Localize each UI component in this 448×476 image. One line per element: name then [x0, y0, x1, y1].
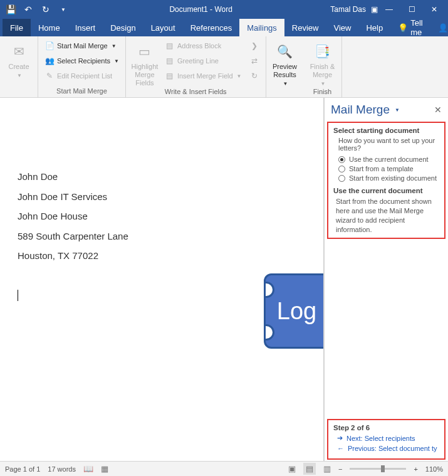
pane-section-step: Step 2 of 6 ➔Next: Select recipients ←Pr…	[327, 419, 445, 460]
preview-results-button[interactable]: 🔍 Preview Results▼	[270, 39, 300, 88]
create-button[interactable]: ✉ Create▼	[4, 39, 34, 88]
edit-recipient-list-button[interactable]: ✎Edit Recipient List	[42, 69, 122, 83]
close-button[interactable]: ✕	[423, 0, 445, 19]
radio-icon	[338, 156, 345, 163]
spellcheck-icon[interactable]: 📖	[83, 464, 93, 473]
chevron-down-icon[interactable]: ▼	[395, 107, 400, 113]
ribbon: ✉ Create▼ 📄Start Mail Merge▼ 👥Select Rec…	[0, 36, 448, 98]
group-write-insert: ▭ Highlight Merge Fields ▤Address Block …	[126, 36, 266, 97]
highlight-icon: ▭	[135, 41, 155, 61]
pane-section-start: Select starting document How do you want…	[327, 122, 445, 239]
insert-merge-field-button[interactable]: ▤Insert Merge Field▼	[162, 69, 244, 83]
tab-home[interactable]: Home	[31, 19, 68, 36]
document-icon: 📄	[44, 41, 55, 51]
arrow-left-icon: ←	[337, 445, 344, 452]
greeting-icon: ▤	[165, 56, 175, 66]
people-icon: 👥	[44, 56, 55, 66]
zoom-in-button[interactable]: +	[414, 465, 417, 473]
title-bar: 💾 ↶ ↻ ▼ Document1 - Word Tamal Das ▣ — ☐…	[0, 0, 448, 19]
doc-line[interactable]: Houston, TX 77022	[18, 246, 296, 266]
rules-icon: ❯	[249, 41, 259, 51]
doc-line[interactable]: 589 South Carpenter Lane	[18, 226, 296, 246]
read-mode-icon[interactable]: ▣	[288, 464, 296, 473]
doc-line[interactable]: John Doe IT Services	[18, 187, 296, 207]
window-title: Document1 - Word	[71, 5, 330, 14]
sub-heading: Use the current document	[333, 187, 439, 194]
tab-mailings[interactable]: Mailings	[239, 19, 284, 36]
next-step-link[interactable]: ➔Next: Select recipients	[337, 434, 439, 442]
step-label: Step 2 of 6	[333, 424, 439, 431]
rules-button[interactable]: ❯	[247, 39, 262, 53]
radio-use-current[interactable]: Use the current document	[338, 156, 439, 163]
word-count[interactable]: 17 words	[48, 465, 76, 473]
select-recipients-button[interactable]: 👥Select Recipients▼	[42, 54, 122, 68]
edit-list-icon: ✎	[44, 71, 55, 81]
undo-button[interactable]: ↶	[20, 1, 36, 18]
radio-icon	[338, 175, 345, 182]
save-button[interactable]: 💾	[3, 1, 19, 18]
tab-insert[interactable]: Insert	[68, 19, 103, 36]
content-area: John Doe John Doe IT Services John Doe H…	[0, 98, 448, 461]
user-name[interactable]: Tamal Das	[330, 5, 366, 14]
document-viewport[interactable]: John Doe John Doe IT Services John Doe H…	[0, 98, 324, 461]
ribbon-tabs: File Home Insert Design Layout Reference…	[0, 19, 448, 36]
section-heading: Select starting document	[333, 127, 439, 134]
doc-line[interactable]: John Doe	[18, 167, 296, 187]
radio-existing[interactable]: Start from existing document	[338, 174, 439, 182]
zoom-out-button[interactable]: −	[338, 465, 342, 473]
sub-description: Start from the document shown here and u…	[336, 197, 439, 234]
tab-file[interactable]: File	[3, 19, 31, 36]
page-info[interactable]: Page 1 of 1	[5, 465, 40, 473]
macro-icon[interactable]: ▦	[101, 464, 108, 473]
tab-references[interactable]: References	[183, 19, 239, 36]
maximize-button[interactable]: ☐	[400, 0, 423, 19]
tab-view[interactable]: View	[326, 19, 358, 36]
zoom-slider[interactable]	[350, 468, 406, 470]
group-finish: 📑 Finish & Merge▼ Finish	[304, 36, 342, 97]
tab-layout[interactable]: Layout	[143, 19, 183, 36]
minimize-button[interactable]: —	[378, 0, 400, 19]
qat-dropdown[interactable]: ▼	[55, 1, 71, 18]
share-icon: 👤	[438, 23, 448, 33]
match-fields-button[interactable]: ⇄	[247, 54, 262, 68]
field-icon: ▤	[165, 71, 175, 81]
group-label-write: Write & Insert Fields	[130, 88, 262, 97]
match-icon: ⇄	[249, 56, 259, 66]
update-labels-button[interactable]: ↻	[247, 69, 262, 83]
envelope-icon: ✉	[9, 41, 29, 61]
finish-icon: 📑	[313, 41, 333, 61]
highlight-merge-fields-button[interactable]: ▭ Highlight Merge Fields	[130, 39, 160, 88]
preview-icon: 🔍	[275, 41, 295, 61]
logo-placeholder[interactable]: Log	[264, 273, 324, 349]
tab-review[interactable]: Review	[284, 19, 326, 36]
lightbulb-icon: 💡	[398, 23, 408, 33]
zoom-level[interactable]: 110%	[425, 465, 443, 473]
tab-design[interactable]: Design	[103, 19, 143, 36]
mail-merge-taskpane: Mail Merge▼ ✕ Select starting document H…	[324, 98, 448, 461]
doc-line[interactable]: John Doe House	[18, 206, 296, 226]
quick-access-toolbar: 💾 ↶ ↻ ▼	[3, 1, 71, 18]
start-mail-merge-button[interactable]: 📄Start Mail Merge▼	[42, 39, 122, 53]
group-label-smm: Start Mail Merge	[42, 87, 122, 96]
ribbon-display-icon[interactable]: ▣	[371, 5, 378, 14]
tab-share[interactable]: 👤Share	[430, 19, 448, 36]
group-start-mail-merge: 📄Start Mail Merge▼ 👥Select Recipients▼ ✎…	[38, 36, 126, 97]
print-layout-icon[interactable]: ▤	[303, 463, 316, 475]
redo-button[interactable]: ↻	[38, 1, 54, 18]
finish-merge-button[interactable]: 📑 Finish & Merge▼	[308, 39, 338, 88]
status-bar: Page 1 of 1 17 words 📖 ▦ ▣ ▤ ▥ − + 110%	[0, 461, 448, 476]
address-block-button[interactable]: ▤Address Block	[162, 39, 244, 53]
web-layout-icon[interactable]: ▥	[323, 464, 331, 473]
taskpane-close-button[interactable]: ✕	[434, 105, 442, 115]
tab-help[interactable]: Help	[358, 19, 390, 36]
section-question: How do you want to set up your letters?	[338, 137, 439, 152]
taskpane-title: Mail Merge▼	[331, 103, 400, 117]
group-create: ✉ Create▼	[0, 36, 38, 97]
group-preview: 🔍 Preview Results▼	[266, 36, 304, 97]
prev-step-link[interactable]: ←Previous: Select document ty	[337, 445, 439, 452]
group-label-create	[4, 88, 34, 97]
radio-template[interactable]: Start from a template	[338, 165, 439, 172]
greeting-line-button[interactable]: ▤Greeting Line	[162, 54, 244, 68]
tab-tellme[interactable]: 💡Tell me	[390, 19, 430, 36]
arrow-right-icon: ➔	[337, 434, 343, 442]
